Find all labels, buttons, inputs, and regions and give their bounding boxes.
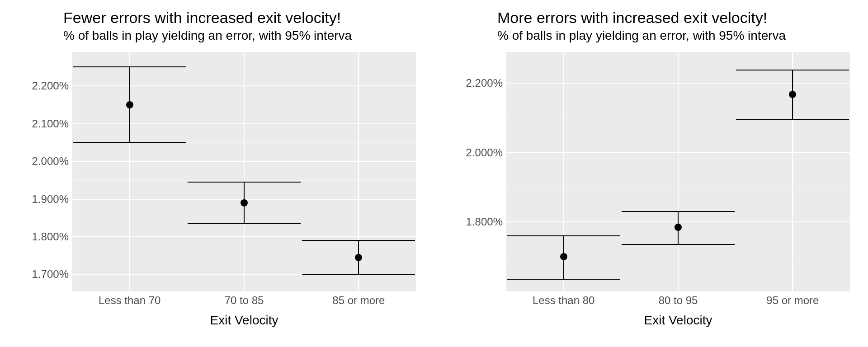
error-cap: [188, 182, 301, 183]
error-cap: [302, 274, 415, 275]
x-axis-label: Exit Velocity: [210, 313, 278, 328]
y-tick-label: 1.800%: [466, 216, 506, 228]
y-tick-label: 2.000%: [32, 155, 72, 168]
data-point: [675, 224, 682, 231]
error-cap: [736, 70, 849, 70]
data-point: [789, 91, 796, 98]
error-cap: [302, 240, 415, 241]
x-axis-label: Exit Velocity: [644, 313, 712, 328]
x-tick-label: Less than 70: [99, 291, 160, 307]
error-cap: [622, 211, 735, 212]
plot-area: 1.700%1.800%1.900%2.000%2.100%2.200%Less…: [72, 52, 416, 291]
chart-title: More errors with increased exit velocity…: [497, 9, 863, 27]
error-cap: [622, 244, 735, 245]
y-tick-label: 1.900%: [32, 193, 72, 206]
y-tick-label: 1.700%: [32, 268, 72, 281]
error-cap: [188, 223, 301, 224]
chart-panel-0: Fewer errors with increased exit velocit…: [0, 0, 434, 347]
y-tick-label: 2.100%: [32, 117, 72, 130]
gridline-vertical: [678, 52, 679, 291]
error-cap: [507, 279, 620, 280]
x-tick-label: 70 to 85: [225, 291, 264, 307]
x-tick-label: 85 or more: [332, 291, 385, 307]
y-tick-label: 2.200%: [32, 80, 72, 92]
y-tick-label: 1.800%: [32, 230, 72, 243]
gridline-vertical: [244, 52, 245, 291]
data-point: [560, 253, 567, 260]
chart-title: Fewer errors with increased exit velocit…: [63, 9, 429, 27]
chart-panel-1: More errors with increased exit velocity…: [434, 0, 868, 347]
plot-area: 1.800%2.000%2.200%Less than 8080 to 9595…: [506, 52, 850, 291]
chart-subtitle: % of balls in play yielding an error, wi…: [63, 28, 429, 43]
x-tick-label: Less than 80: [533, 291, 594, 307]
x-tick-label: 95 or more: [766, 291, 819, 307]
x-tick-label: 80 to 95: [659, 291, 698, 307]
y-tick-label: 2.000%: [466, 146, 506, 159]
data-point: [241, 199, 248, 206]
data-point: [355, 254, 362, 261]
data-point: [126, 101, 133, 108]
y-tick-label: 2.200%: [466, 77, 506, 89]
error-cap: [507, 235, 620, 236]
error-cap: [73, 142, 186, 143]
error-cap: [73, 66, 186, 67]
error-cap: [736, 119, 849, 120]
chart-subtitle: % of balls in play yielding an error, wi…: [497, 28, 863, 43]
